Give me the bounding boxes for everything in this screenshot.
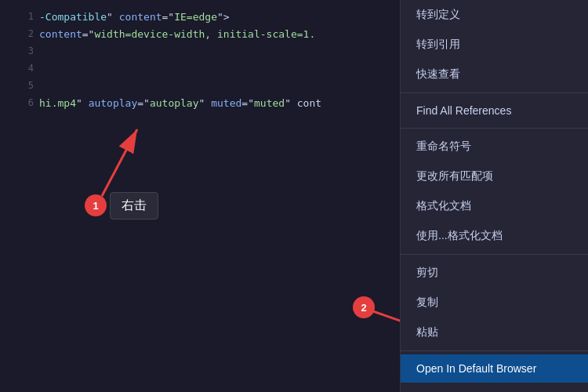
line-number: 6 (6, 97, 34, 108)
code-line-6: 6 hi.mp4" autoplay="autoplay" muted="mut… (0, 94, 400, 111)
step1-tooltip: 右击 (110, 192, 158, 220)
line-number: 2 (6, 28, 34, 39)
menu-item-paste[interactable]: 粘贴 (401, 318, 588, 347)
menu-item-open-browser[interactable]: Open In Default Browser (401, 354, 588, 383)
menu-separator-2 (401, 128, 588, 129)
menu-separator-1 (401, 93, 588, 93)
menu-separator-3 (401, 254, 588, 255)
menu-item-quick-view[interactable]: 快速查看 (401, 60, 588, 89)
menu-item-cut[interactable]: 剪切 (401, 258, 588, 288)
menu-item-format-with[interactable]: 使用...格式化文档 (401, 221, 588, 251)
line-number: 4 (6, 63, 34, 74)
menu-item-format-doc[interactable]: 格式化文档 (401, 191, 588, 221)
menu-item-rename-symbol[interactable]: 重命名符号 (401, 132, 588, 162)
menu-item-change-all[interactable]: 更改所有匹配项 (401, 162, 588, 191)
context-menu: 转到定义 转到引用 快速查看 Find All References 重命名符号… (400, 0, 588, 392)
line-number: 1 (6, 11, 34, 22)
line-number: 3 (6, 45, 34, 56)
code-line-3: 3 (0, 42, 400, 60)
line-number: 5 (6, 80, 34, 91)
step1-badge: 1 (85, 194, 107, 216)
menu-item-copy[interactable]: 复制 (401, 288, 588, 318)
code-line-1: 1 -Compatible" content="IE=edge"> (0, 8, 400, 25)
menu-item-goto-ref[interactable]: 转到引用 (401, 30, 588, 60)
menu-item-find-all-refs[interactable]: Find All References (401, 96, 588, 125)
code-line-2: 2 content="width=device-width, initial-s… (0, 25, 400, 42)
menu-separator-4 (401, 350, 588, 351)
code-editor: 1 -Compatible" content="IE=edge"> 2 cont… (0, 0, 400, 392)
step2-badge: 2 (353, 296, 375, 318)
code-line-4: 4 (0, 60, 400, 77)
menu-item-goto-def[interactable]: 转到定义 (401, 0, 588, 30)
code-line-5: 5 (0, 77, 400, 94)
